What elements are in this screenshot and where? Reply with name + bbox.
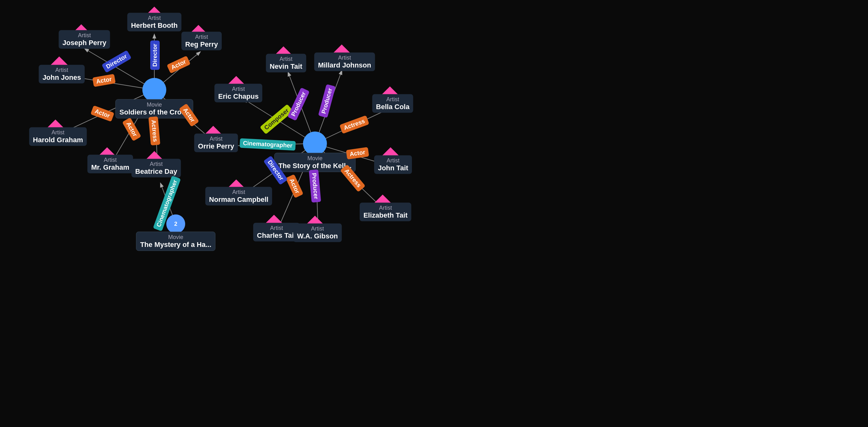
- movie2-circle[interactable]: [303, 132, 327, 155]
- graph-canvas: [0, 0, 868, 427]
- edge-director-herbert: Director: [150, 41, 160, 70]
- movie3-circle[interactable]: 2: [166, 215, 185, 233]
- movie1-circle[interactable]: [142, 78, 166, 102]
